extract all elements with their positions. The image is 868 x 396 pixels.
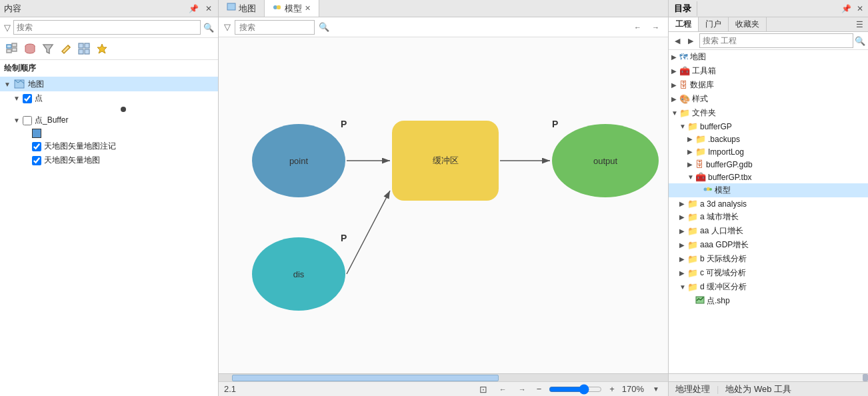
grid-icon[interactable] [76,41,92,57]
tree-item-maps[interactable]: ▶ 🗺 地图 [669,50,868,64]
right-search-button[interactable]: 🔍 [855,36,865,46]
status-bar: 2.1 ⊡ ← → − + 170% ▼ [219,381,668,396]
right-menu-button[interactable]: ☰ [854,19,865,30]
canvas-scrollbar-h[interactable] [219,373,668,381]
right-forward-btn[interactable]: ▶ [685,35,697,47]
scrollbar-thumb-h[interactable] [232,375,499,381]
tree-item-tbx[interactable]: ▼ 🧰 bufferGP.tbx [669,171,868,183]
layer-item-point[interactable]: ▼ 点 [0,91,218,105]
tree-item-dbuffer[interactable]: ▼ 📁 d 缓冲区分析 [669,280,868,294]
tree-item-backups[interactable]: ▶ 📁 .backups [669,133,868,145]
rb-tab-web[interactable]: 地处为 Web 工具 [721,383,795,396]
gdb-icon: 🗄 [695,159,704,169]
rb-tab-geo[interactable]: 地理处理 [671,383,714,396]
right-close-button[interactable]: ✕ [855,3,865,14]
maps-name: 地图 [690,51,706,63]
tab-bar: 地图 模型 ✕ [219,0,668,17]
pin-button[interactable]: 📌 [187,3,201,14]
tree-item-aaagdp[interactable]: ▶ 📁 aaa GDP增长 [669,238,868,252]
map-list-icon[interactable] [4,41,20,57]
layer-item-annot1[interactable]: 天地图矢量地图注记 [0,139,218,153]
tab-model[interactable]: 模型 ✕ [265,0,319,17]
node-dis[interactable]: dis [252,237,345,311]
left-panel-close-button[interactable]: ✕ [203,3,214,14]
tree-item-aapop[interactable]: ▶ 📁 aa 人口增长 [669,224,868,238]
model-tab-close[interactable]: ✕ [305,4,311,13]
tab-map[interactable]: 地图 [219,0,265,17]
tbx-expand[interactable]: ▼ [687,173,695,181]
point-buffer-expand-icon[interactable]: ▼ [13,117,23,124]
zoom-slider[interactable] [549,384,602,395]
right-back-btn[interactable]: ◀ [671,35,683,47]
tree-item-cvis[interactable]: ▶ 📁 c 可视域分析 [669,266,868,280]
canvas-prev-button[interactable]: ← [631,21,645,33]
database-icon[interactable] [22,41,38,57]
right-vscrollbar[interactable] [669,373,868,381]
right-search-input[interactable] [699,33,853,48]
layer-item-annot2[interactable]: 天地图矢量地图 [0,153,218,167]
canvas-search-input[interactable] [235,20,315,35]
importlog-expand[interactable]: ▶ [687,148,695,155]
zoom-dropdown-btn[interactable]: ▼ [649,383,663,395]
db-expand[interactable]: ▶ [671,81,679,89]
node-output[interactable]: output [552,124,659,197]
canvas-area[interactable]: P P P point dis 缓冲区 output [219,37,668,373]
tree-item-dotshp[interactable]: 点.shp [669,294,868,308]
left-search-input[interactable] [13,20,201,35]
backups-expand[interactable]: ▶ [687,135,695,143]
node-point[interactable]: point [252,124,345,197]
a3d-expand[interactable]: ▶ [679,200,687,207]
right-tab-project[interactable]: 工程 [669,17,699,31]
annot1-checkbox[interactable] [32,142,41,151]
canvas-next-button[interactable]: → [649,21,663,33]
tree-item-bsky[interactable]: ▶ 📁 b 天际线分析 [669,252,868,266]
map-tab-icon [227,3,236,14]
layer-item-map[interactable]: ▼ 地图 [0,77,218,91]
tree-item-acity[interactable]: ▶ 📁 a 城市增长 [669,210,868,224]
right-bottom-tabs: 地理处理 | 地处为 Web 工具 [669,381,868,396]
status-forward-btn[interactable]: → [515,383,529,395]
bufferGP-expand[interactable]: ▼ [679,123,687,130]
acity-expand[interactable]: ▶ [679,213,687,221]
tree-item-model[interactable]: 模型 [669,183,868,197]
dbuffer-expand[interactable]: ▼ [679,283,687,291]
aaagdp-expand[interactable]: ▶ [679,241,687,249]
maps-expand[interactable]: ▶ [671,53,679,61]
status-extent-icon[interactable]: ⊡ [476,382,491,397]
bsky-expand[interactable]: ▶ [679,255,687,263]
point-buffer-checkbox[interactable] [23,116,32,125]
aapop-expand[interactable]: ▶ [679,227,687,235]
right-scroll-thumb[interactable] [863,374,868,381]
layer-item-dot[interactable] [0,105,218,113]
filter-icon[interactable] [40,41,56,57]
star-icon[interactable] [94,41,110,57]
right-tab-favorites[interactable]: 收藏夹 [729,17,767,31]
tree-item-toolbox[interactable]: ▶ 🧰 工具箱 [669,64,868,78]
tree-item-styles[interactable]: ▶ 🎨 样式 [669,92,868,106]
toolbox-icon: 🧰 [679,66,690,76]
toolbox-expand[interactable]: ▶ [671,67,679,75]
folders-expand[interactable]: ▼ [671,109,679,117]
tree-item-importlog[interactable]: ▶ 📁 ImportLog [669,145,868,158]
tree-item-database[interactable]: ▶ 🗄 数据库 [669,78,868,92]
map-expand-icon[interactable]: ▼ [4,81,13,88]
right-tab-portal[interactable]: 门户 [699,17,729,31]
tree-item-a3d[interactable]: ▶ 📁 a 3d analysis [669,197,868,210]
gdb-expand[interactable]: ▶ [687,161,695,168]
right-pin-button[interactable]: 📌 [839,3,853,14]
status-back-btn[interactable]: ← [496,383,510,395]
point-expand-icon[interactable]: ▼ [13,95,23,102]
styles-expand[interactable]: ▶ [671,95,679,103]
edit-icon[interactable] [58,41,74,57]
tree-item-gdb[interactable]: ▶ 🗄 bufferGP.gdb [669,158,868,171]
tree-item-bufferGP[interactable]: ▼ 📁 bufferGP [669,120,868,133]
point-checkbox[interactable] [23,94,32,103]
layer-item-point-buffer[interactable]: ▼ 点_Buffer [0,113,218,127]
left-search-button[interactable]: 🔍 [203,23,214,33]
canvas-search-button[interactable]: 🔍 [319,22,329,32]
tree-item-folders[interactable]: ▼ 📁 文件夹 [669,106,868,120]
cvis-expand[interactable]: ▶ [679,269,687,277]
annot2-checkbox[interactable] [32,156,41,165]
node-buffer[interactable]: 缓冲区 [392,121,499,201]
layer-item-rect[interactable] [0,127,218,139]
